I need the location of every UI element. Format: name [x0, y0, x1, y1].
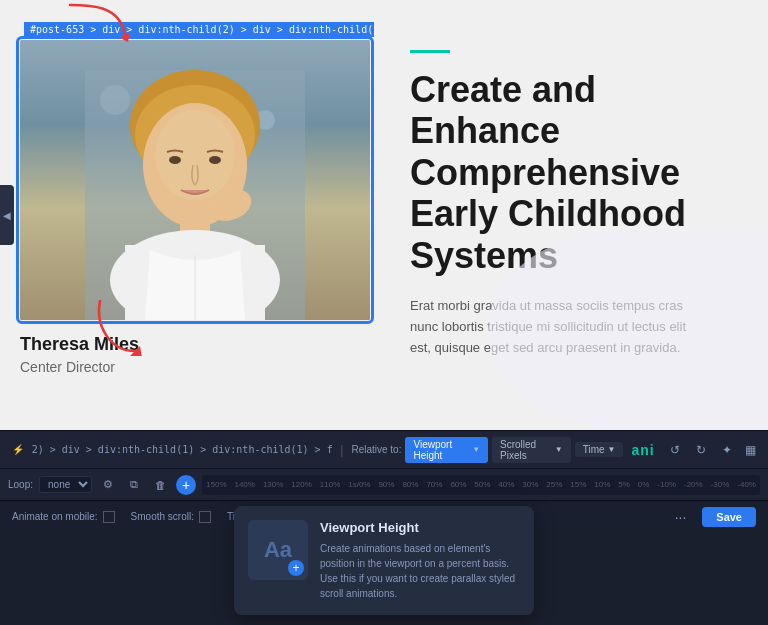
red-arrow-annotation	[60, 0, 140, 54]
settings-small-icon[interactable]: ⚙	[98, 475, 118, 495]
chevron-down-icon-2: ▼	[555, 445, 563, 454]
popup-description: Create animations based on element's pos…	[320, 541, 520, 601]
popup-text-content: Viewport Height Create animations based …	[320, 520, 520, 601]
loop-select[interactable]: none	[39, 476, 92, 493]
grid-icon[interactable]: ▦	[740, 438, 760, 462]
ruler-ticks: 150%140%130%120%110%1s/0%90%80%70%60%50%…	[206, 480, 756, 489]
settings-icon[interactable]: ✦	[717, 438, 737, 462]
toolbar-breadcrumb: 2) > div > div:nth-child(1) > div:nth-ch…	[32, 444, 333, 455]
viewport-height-pill[interactable]: Viewport Height ▼	[405, 437, 488, 463]
viewport-height-label: Viewport Height	[413, 439, 469, 461]
smooth-scroll-label: Smooth scroll:	[131, 511, 194, 522]
undo-redo-group: ↺ ↻	[663, 438, 713, 462]
teal-accent-line	[410, 50, 450, 53]
popup-icon-box: Aa +	[248, 520, 308, 580]
hero-image[interactable]	[20, 40, 370, 320]
trash-icon[interactable]: 🗑	[150, 475, 170, 495]
time-label: Time	[583, 444, 605, 455]
popup-add-button[interactable]: +	[288, 560, 304, 576]
svg-point-9	[169, 156, 181, 164]
svg-point-2	[100, 85, 130, 115]
animation-toolbar: ⚡ 2) > div > div:nth-child(1) > div:nth-…	[0, 430, 768, 468]
scrolled-pixels-label: Scrolled Pixels	[500, 439, 552, 461]
popup-title: Viewport Height	[320, 520, 520, 535]
red-circle-annotation	[90, 296, 170, 360]
separator: |	[340, 443, 343, 457]
brand-logo: ani	[631, 442, 654, 458]
viewport-height-popup: Aa + Viewport Height Create animations b…	[234, 506, 534, 615]
popup-icon-letter: Aa	[264, 537, 292, 563]
person-job-title: Center Director	[20, 359, 380, 375]
chevron-down-icon-3: ▼	[608, 445, 616, 454]
save-button[interactable]: Save	[702, 507, 756, 527]
relative-to-label: Relative to:	[351, 444, 401, 455]
person-figure	[85, 70, 305, 320]
background-blob	[488, 230, 768, 430]
loop-label: Loop:	[8, 479, 33, 490]
canvas-area: ◀ #post-653 > div > div:nth-child(2) > d…	[0, 0, 768, 430]
redo-button[interactable]: ↻	[689, 438, 713, 462]
copy-icon[interactable]: ⧉	[124, 475, 144, 495]
add-keyframe-button[interactable]: +	[176, 475, 196, 495]
sidebar-toggle[interactable]: ◀	[0, 185, 14, 245]
animate-mobile-group: Animate on mobile:	[12, 511, 115, 523]
timeline-toolbar: Loop: none ⚙ ⧉ 🗑 + 150%140%130%120%110%1…	[0, 468, 768, 500]
animate-mobile-label: Animate on mobile:	[12, 511, 98, 522]
svg-point-10	[209, 156, 221, 164]
smooth-scroll-checkbox[interactable]	[199, 511, 211, 523]
chevron-down-icon: ▼	[472, 445, 480, 454]
svg-point-8	[155, 110, 235, 200]
timeline-ruler: 150%140%130%120%110%1s/0%90%80%70%60%50%…	[202, 475, 760, 495]
more-options-button[interactable]: ···	[675, 509, 687, 525]
person-name: Theresa Miles	[20, 334, 380, 355]
scrolled-pixels-pill[interactable]: Scrolled Pixels ▼	[492, 437, 571, 463]
animate-mobile-checkbox[interactable]	[103, 511, 115, 523]
time-pill[interactable]: Time ▼	[575, 442, 624, 457]
undo-button[interactable]: ↺	[663, 438, 687, 462]
smooth-scroll-group: Smooth scroll:	[131, 511, 211, 523]
hero-left-column: Theresa Miles Center Director	[20, 40, 380, 375]
scroll-icon[interactable]: ⚡	[8, 438, 28, 462]
